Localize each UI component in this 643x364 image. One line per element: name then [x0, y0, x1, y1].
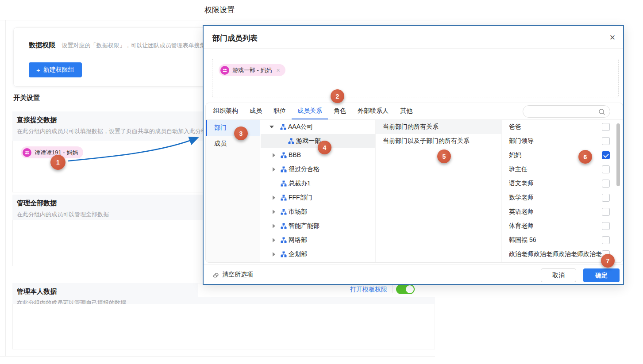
org-icon [281, 152, 287, 158]
divider [204, 264, 623, 264]
data-permission-desc: 设置对应的「数据权限」，可以让团队成员管理表单搜集到的数据 [62, 42, 215, 49]
member-row-checked[interactable]: 妈妈 [502, 148, 623, 162]
picker-nav: 部门 成员 [206, 120, 260, 262]
tree-node[interactable]: 很过分合格 [261, 162, 375, 176]
tree-node[interactable]: AAA公司 [261, 120, 375, 134]
tab-positions[interactable]: 职位 [268, 103, 292, 119]
caret-right-icon[interactable] [273, 195, 275, 200]
annotation-badge-4: 4 [318, 141, 331, 154]
checkbox[interactable] [602, 208, 610, 216]
annotation-badge-1: 1 [50, 155, 65, 170]
caret-right-icon[interactable] [273, 238, 275, 242]
member-row[interactable]: 韩国福 56 [502, 233, 623, 247]
annotation-badge-5: 5 [437, 149, 451, 163]
org-icon [281, 223, 287, 229]
caret-down-icon[interactable] [270, 126, 274, 128]
annotation-badge-2: 2 [331, 89, 344, 103]
tree-node[interactable]: 智能产能部 [261, 219, 375, 233]
org-icon [281, 209, 287, 215]
member-row[interactable]: 数学老师 [502, 191, 623, 205]
org-icon [281, 195, 287, 201]
search-input[interactable] [528, 106, 595, 117]
search-icon [598, 108, 605, 115]
department-member-modal: 部门成员列表 × 游戏一部 - 妈妈 × 组织架构 成员 职位 成员关系 角色 … [203, 25, 624, 285]
org-icon [281, 166, 287, 172]
caret-right-icon[interactable] [273, 167, 275, 172]
checkbox[interactable] [602, 123, 610, 131]
caret-right-icon[interactable] [273, 210, 275, 214]
checkbox[interactable] [602, 236, 610, 244]
relation-item-current[interactable]: 当前部门的所有关系 [376, 120, 501, 134]
nav-item-department[interactable]: 部门 [206, 120, 260, 136]
confirm-button[interactable]: 确定 [583, 268, 620, 282]
org-icon [281, 237, 287, 243]
header-divider [0, 20, 439, 20]
checkbox[interactable] [602, 165, 610, 173]
org-icon [288, 138, 294, 144]
relation-member-list: 爸爸 部门领导 妈妈 班主任 语文老师 [501, 120, 623, 262]
tree-node[interactable]: 企划部 [261, 247, 375, 261]
org-icon [280, 124, 286, 130]
checkbox[interactable] [602, 194, 610, 202]
picker-body: 部门 成员 AAA公司 游戏一部 BBB [206, 120, 623, 262]
caret-right-icon[interactable] [273, 153, 275, 157]
member-avatar-icon [23, 148, 31, 157]
tree-node[interactable]: FFF部门 [261, 191, 375, 205]
checkbox-checked[interactable] [602, 151, 610, 159]
tree-node[interactable]: 网络部 [261, 233, 375, 247]
template-toggle-label[interactable]: 打开模板权限 [350, 286, 387, 294]
page-left-border [5, 20, 6, 356]
member-row[interactable]: 部门领导 [502, 134, 623, 148]
template-toggle-row: 打开模板权限 [198, 284, 439, 297]
member-avatar-icon [220, 66, 229, 75]
close-icon[interactable]: × [606, 31, 619, 44]
member-tag[interactable]: 谭谭谭191 - 妈妈 [21, 146, 83, 158]
divider [204, 48, 623, 49]
selected-member-label: 游戏一部 - 妈妈 [232, 66, 272, 74]
new-permission-group-button[interactable]: + 新建权限组 [29, 62, 82, 77]
relation-item-current-and-sub[interactable]: 当前部门以及子部门的所有关系 [376, 134, 501, 148]
remove-tag-icon[interactable]: × [277, 67, 280, 74]
divider [393, 285, 393, 293]
member-picker: 组织架构 成员 职位 成员关系 角色 外部联系人 其他 部门 成员 [205, 103, 623, 263]
caret-right-icon[interactable] [273, 252, 275, 257]
checkbox[interactable] [602, 180, 610, 188]
cancel-button[interactable]: 取消 [541, 268, 576, 282]
modal-title: 部门成员列表 [212, 33, 258, 43]
tree-node[interactable]: 总裁办1 [261, 176, 375, 191]
tab-members[interactable]: 成员 [244, 103, 268, 119]
template-permission-toggle[interactable] [396, 284, 415, 294]
switch-settings-title: 开关设置 [13, 94, 40, 102]
eraser-icon [212, 272, 219, 278]
data-permission-title: 数据权限 [29, 41, 55, 49]
member-row[interactable]: 语文老师 [502, 176, 623, 191]
caret-right-icon[interactable] [273, 224, 275, 228]
member-row[interactable]: 英语老师 [502, 205, 623, 219]
manage-own-body: ＋ 添加成员 [12, 304, 435, 349]
member-row[interactable]: 体育老师 [502, 219, 623, 233]
scrollbar[interactable] [616, 123, 620, 186]
annotation-badge-6: 6 [578, 150, 592, 164]
page-title: 权限设置 [0, 5, 439, 15]
department-tree: AAA公司 游戏一部 BBB 很过分合格 总 [261, 120, 375, 262]
annotation-badge-7: 7 [601, 254, 615, 268]
tab-other[interactable]: 其他 [394, 103, 418, 119]
tab-external-contacts[interactable]: 外部联系人 [352, 103, 394, 119]
tab-roles[interactable]: 角色 [328, 103, 352, 119]
tree-node[interactable]: 市场部 [261, 205, 375, 219]
nav-item-member[interactable]: 成员 [206, 136, 260, 152]
checkbox[interactable] [602, 222, 610, 230]
org-icon [281, 251, 287, 257]
member-row[interactable]: 爸爸 [502, 120, 623, 134]
tab-org-structure[interactable]: 组织架构 [208, 103, 244, 119]
checkbox[interactable] [602, 137, 610, 145]
member-row[interactable]: 班主任 [502, 162, 623, 176]
selected-member-tag[interactable]: 游戏一部 - 妈妈 × [219, 64, 285, 76]
selected-members-area[interactable]: 游戏一部 - 妈妈 × [212, 59, 619, 97]
clear-selection-button[interactable]: 清空所选项 [212, 271, 253, 279]
org-icon [281, 180, 287, 187]
search-box[interactable] [523, 105, 610, 118]
relation-list: 当前部门的所有关系 当前部门以及子部门的所有关系 [375, 120, 501, 262]
annotation-badge-3: 3 [234, 126, 248, 140]
tab-member-relations[interactable]: 成员关系 [292, 103, 328, 119]
